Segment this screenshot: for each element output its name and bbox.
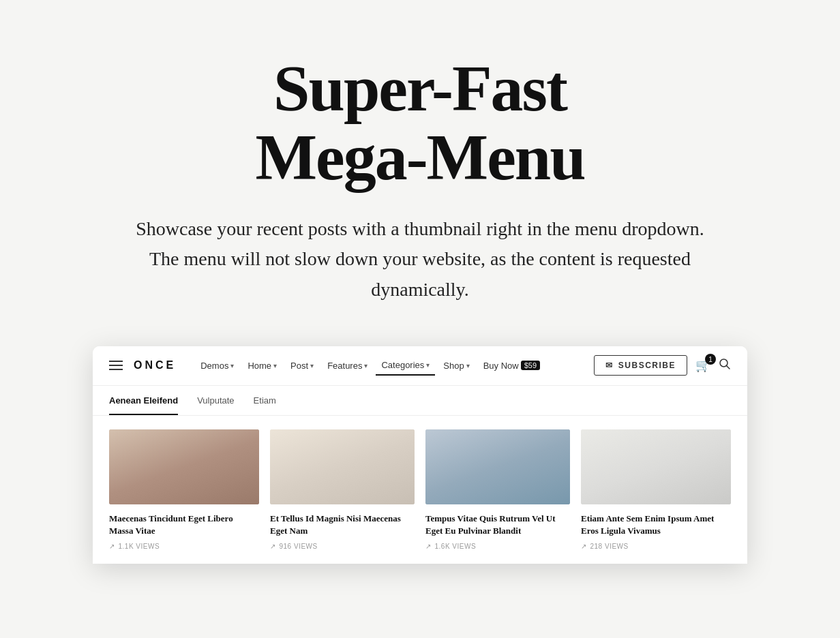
nav-item-categories[interactable]: Categories ▾ bbox=[376, 356, 435, 376]
hero-title-line2: Mega-Menu bbox=[255, 121, 584, 194]
browser-mockup: ONCE Demos ▾ Home ▾ Post ▾ Features ▾ bbox=[93, 346, 747, 564]
subscribe-button[interactable]: ✉ SUBSCRIBE bbox=[594, 355, 687, 376]
chevron-down-icon: ▾ bbox=[273, 362, 277, 369]
blog-title-1: Maecenas Tincidunt Eget Libero Massa Vit… bbox=[109, 513, 259, 537]
site-logo: ONCE bbox=[134, 359, 176, 371]
blog-thumb-4 bbox=[581, 429, 731, 504]
views-icon: ↗ bbox=[270, 543, 276, 550]
mail-icon: ✉ bbox=[605, 361, 614, 370]
svg-line-1 bbox=[727, 366, 730, 369]
cart-count-badge: 1 bbox=[705, 354, 716, 365]
blog-title-2: Et Tellus Id Magnis Nisi Maecenas Eget N… bbox=[270, 513, 415, 537]
chevron-down-icon: ▾ bbox=[310, 362, 314, 369]
tab-vulputate[interactable]: Vulputate bbox=[197, 386, 234, 415]
nav-item-post[interactable]: Post ▾ bbox=[285, 356, 319, 375]
views-count-4: 218 VIEWS bbox=[590, 543, 629, 550]
nav-item-features[interactable]: Features ▾ bbox=[322, 356, 373, 375]
hamburger-menu[interactable] bbox=[109, 361, 123, 370]
category-tabs: Aenean Eleifend Vulputate Etiam bbox=[93, 386, 747, 416]
blog-card-3[interactable]: Tempus Vitae Quis Rutrum Vel Ut Eget Eu … bbox=[420, 429, 575, 564]
nav-item-home[interactable]: Home ▾ bbox=[242, 356, 282, 375]
chevron-down-icon: ▾ bbox=[364, 362, 368, 369]
nav-item-shop[interactable]: Shop ▾ bbox=[438, 356, 475, 375]
hero-title: Super-Fast Mega-Menu bbox=[255, 55, 584, 192]
blog-meta-1: ↗ 1.1K VIEWS bbox=[109, 543, 259, 550]
nav-item-buy-now[interactable]: Buy Now $59 bbox=[478, 356, 545, 375]
views-count-3: 1.6K VIEWS bbox=[435, 543, 477, 550]
views-icon: ↗ bbox=[581, 543, 587, 550]
blog-card-1[interactable]: Maecenas Tincidunt Eget Libero Massa Vit… bbox=[109, 429, 265, 564]
tab-aenean-eleifend[interactable]: Aenean Eleifend bbox=[109, 386, 178, 415]
chevron-down-icon: ▾ bbox=[426, 361, 430, 369]
views-count-2: 916 VIEWS bbox=[280, 543, 318, 550]
tab-etiam[interactable]: Etiam bbox=[254, 386, 276, 415]
views-count-1: 1.1K VIEWS bbox=[119, 543, 160, 550]
navbar: ONCE Demos ▾ Home ▾ Post ▾ Features ▾ bbox=[93, 346, 747, 386]
hero-description: Showcase your recent posts with a thumbn… bbox=[127, 214, 713, 305]
hero-title-line1: Super-Fast bbox=[273, 52, 567, 125]
browser-frame: ONCE Demos ▾ Home ▾ Post ▾ Features ▾ bbox=[93, 346, 747, 564]
views-icon: ↗ bbox=[425, 543, 432, 550]
blog-title-4: Etiam Ante Sem Enim Ipsum Amet Eros Ligu… bbox=[581, 513, 731, 537]
blog-thumb-1 bbox=[109, 429, 259, 504]
navbar-nav: Demos ▾ Home ▾ Post ▾ Features ▾ Categor… bbox=[195, 356, 594, 376]
search-button[interactable] bbox=[719, 358, 731, 373]
blog-meta-2: ↗ 916 VIEWS bbox=[270, 543, 415, 550]
views-icon: ↗ bbox=[109, 543, 115, 550]
cart-button[interactable]: 🛒 1 bbox=[695, 358, 710, 373]
blog-grid: Maecenas Tincidunt Eget Libero Massa Vit… bbox=[93, 416, 747, 564]
blog-meta-4: ↗ 218 VIEWS bbox=[581, 543, 731, 550]
nav-item-demos[interactable]: Demos ▾ bbox=[195, 356, 239, 375]
blog-title-3: Tempus Vitae Quis Rutrum Vel Ut Eget Eu … bbox=[425, 513, 570, 537]
chevron-down-icon: ▾ bbox=[230, 362, 234, 369]
blog-card-2[interactable]: Et Tellus Id Magnis Nisi Maecenas Eget N… bbox=[265, 429, 420, 564]
blog-thumb-2 bbox=[270, 429, 415, 504]
price-badge: $59 bbox=[521, 361, 540, 370]
hero-section: Super-Fast Mega-Menu Showcase your recen… bbox=[0, 0, 840, 346]
blog-card-4[interactable]: Etiam Ante Sem Enim Ipsum Amet Eros Ligu… bbox=[575, 429, 731, 564]
blog-meta-3: ↗ 1.6K VIEWS bbox=[425, 543, 570, 550]
navbar-actions: ✉ SUBSCRIBE 🛒 1 bbox=[594, 355, 731, 376]
chevron-down-icon: ▾ bbox=[466, 362, 470, 369]
blog-thumb-3 bbox=[425, 429, 570, 504]
